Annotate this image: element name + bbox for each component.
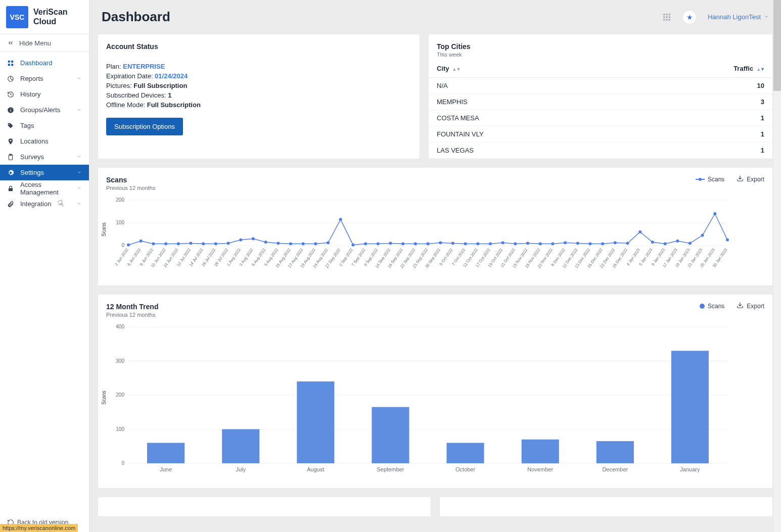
legend-scans: Scans [700,303,724,310]
clipboard-icon [7,154,14,161]
grid-icon [7,60,14,67]
svg-point-76 [726,238,729,241]
svg-text:January: January [680,466,700,472]
table-row[interactable]: FOUNTAIN VLY1 [429,126,772,142]
svg-point-38 [252,237,255,240]
sidebar-item-label: Tags [20,122,34,129]
svg-point-28 [127,244,130,247]
sidebar-item-tags[interactable]: Tags [0,118,89,133]
svg-point-40 [277,242,280,245]
export-button[interactable]: Export [737,175,764,183]
legend-scans: Scans [696,176,724,183]
download-icon [737,302,744,310]
chevron-down-icon [77,106,82,114]
svg-text:100: 100 [116,220,124,225]
sidebar-item-label: Settings [20,169,44,176]
svg-point-61 [539,242,542,245]
col-city[interactable]: City▲▼ [429,60,626,78]
content: Dashboard ★ Hannah LigonTest Account Sta… [89,0,781,532]
col-traffic[interactable]: Traffic▲▼ [626,60,772,78]
table-row[interactable]: LAS VEGAS1 [429,142,772,159]
sidebar-item-settings[interactable]: Settings [0,165,89,180]
lock-icon [7,185,14,192]
svg-point-66 [601,242,604,245]
hide-menu-button[interactable]: Hide Menu [0,34,89,52]
svg-point-68 [626,242,629,245]
svg-point-43 [314,242,317,245]
chevron-down-icon [77,200,82,208]
svg-point-56 [476,242,479,245]
table-row[interactable]: MEMPHIS3 [429,94,772,110]
sidebar-item-dashboard[interactable]: Dashboard [0,55,89,71]
sidebar-item-access-management[interactable]: Access Management [0,180,89,196]
svg-point-44 [327,241,330,245]
export-button[interactable]: Export [737,302,764,310]
svg-point-45 [339,218,342,221]
sidebar-item-label: Locations [20,137,49,145]
svg-point-37 [239,238,242,241]
svg-text:June: June [160,466,172,472]
svg-point-57 [489,242,492,245]
svg-rect-18 [669,16,670,18]
table-row[interactable]: N/A10 [429,78,772,94]
svg-rect-142 [372,407,409,463]
sidebar-item-reports[interactable]: Reports [0,71,89,86]
svg-rect-17 [666,16,668,18]
scrollbar[interactable] [773,0,781,532]
top-cities-card: Top Cities This week City▲▼ Traffic▲▼ N/… [428,34,773,159]
svg-point-71 [664,242,667,245]
star-button[interactable]: ★ [682,10,697,24]
chevron-down-icon [77,75,82,82]
sidebar-item-history[interactable]: History [0,86,89,102]
table-row[interactable]: COSTA MESA1 [429,110,772,126]
logo-badge: VSC [6,6,28,28]
svg-point-73 [688,242,692,245]
page-title: Dashboard [102,9,170,25]
svg-rect-7 [10,108,11,109]
account-status-card: Account Status Plan: ENTERPRISE Expirati… [98,34,420,159]
svg-rect-144 [447,443,484,464]
header-bar: Dashboard ★ Hannah LigonTest [98,0,773,34]
sidebar-item-locations[interactable]: Locations [0,133,89,149]
svg-text:July: July [236,466,246,472]
svg-point-62 [551,242,554,245]
svg-text:November: November [527,466,553,472]
svg-point-67 [614,241,617,245]
svg-rect-148 [596,441,634,463]
subscription-options-button[interactable]: Subscription Options [106,118,183,135]
svg-rect-15 [669,14,670,15]
svg-point-59 [514,242,517,245]
apps-grid-button[interactable] [662,13,671,22]
logo-text: VeriScan Cloud [33,8,68,26]
download-icon [737,175,744,183]
user-menu[interactable]: Hannah LigonTest [708,13,769,21]
expiration-value[interactable]: 01/24/2024 [155,72,188,80]
svg-rect-2 [8,64,10,66]
svg-point-31 [164,242,167,245]
tag-icon [7,122,14,129]
sidebar-item-label: Surveys [20,153,44,161]
svg-rect-140 [297,381,334,463]
svg-rect-13 [663,14,665,15]
sidebar-item-surveys[interactable]: Surveys [0,149,89,165]
sidebar-item-label: History [20,90,40,98]
svg-point-50 [401,242,404,245]
svg-rect-1 [11,60,13,62]
sidebar-item-groups-alerts[interactable]: Groups/Alerts [0,102,89,118]
sidebar-item-integration[interactable]: Integration [0,196,89,212]
plan-value[interactable]: ENTERPRISE [123,63,165,70]
svg-point-72 [676,239,679,243]
svg-rect-16 [663,16,665,18]
svg-text:200: 200 [116,392,124,398]
bottom-card-left [98,497,431,517]
trend-chart: 0100200300400JuneJulyAugustSeptemberOcto… [108,322,732,478]
svg-point-75 [713,212,716,215]
svg-text:August: August [307,466,324,472]
svg-rect-12 [9,188,13,191]
svg-point-51 [414,242,417,245]
chevron-down-icon [77,184,82,192]
history-icon [7,91,14,98]
svg-point-60 [526,242,529,245]
svg-point-70 [651,240,654,244]
svg-text:200: 200 [116,197,124,203]
